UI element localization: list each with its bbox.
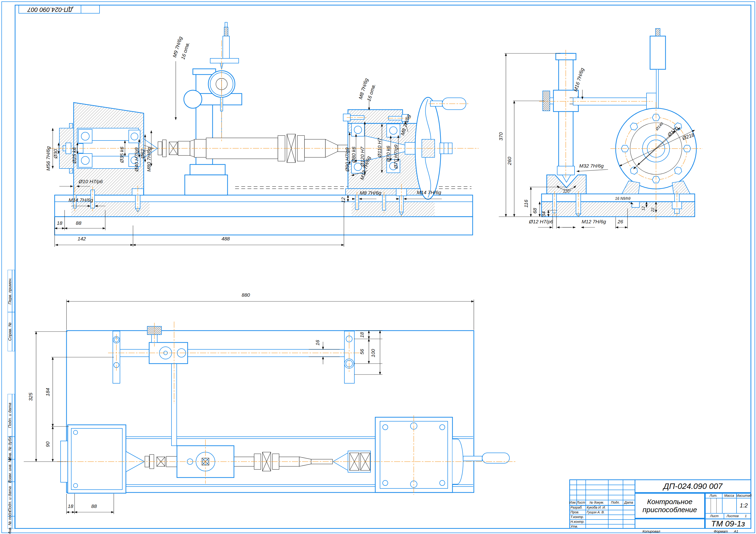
dim-label: Ø25 k6 (71, 147, 77, 164)
dim-label: Ø10 H7/p6 (78, 179, 103, 184)
sheets-value: 1 (742, 513, 749, 519)
lit-label: Лит. (705, 493, 722, 498)
title-line-1: Контрольное (647, 498, 692, 506)
dim-label: 22 (651, 208, 655, 212)
dim-label: 880 (242, 292, 250, 298)
row-razrab-name: Кукоба И. И. (585, 505, 608, 510)
clamp-knob (184, 90, 202, 108)
doc-number: ДП-024.090 007 (634, 479, 751, 493)
dim-label: 56 (359, 349, 364, 355)
front-view: М56 7Н/6gØ30Ø25 k6Ø35 k6Ø40 H7/g9Ø62М80 … (45, 22, 478, 247)
row-razrab: Разраб. (569, 505, 585, 510)
dim-label: 325 (28, 393, 33, 401)
format-value: А1 (733, 529, 742, 534)
dim-label: 12 (641, 206, 645, 211)
dim-label: 26 (617, 219, 623, 224)
hdr-list: Лист (577, 500, 585, 505)
dim-label: Ø62 (140, 149, 145, 159)
dim-label: 16 N9/h9 (615, 196, 631, 201)
row-prov-name: Гущин А. В. (585, 510, 608, 515)
plan-view: 880325184901618561001888 (24, 292, 515, 514)
dim-label: 16 (315, 340, 320, 345)
margin-label-podp-data-2: Подп. и дата (8, 486, 13, 511)
dim-label: 16 отв. (366, 83, 376, 102)
dim-label: Ø90 H7/g9 (344, 147, 350, 172)
dim-label: М32 7Н/6g (579, 163, 604, 168)
dim-label: Ø70 k6 (386, 146, 391, 162)
dim-label: М80 7Н/6g (146, 147, 151, 172)
dim-label: 116 (523, 200, 529, 208)
dim-label: М16 7Н/6g (573, 67, 585, 92)
dim-label: 16 отв. (180, 41, 191, 60)
dial-indicator-stand (184, 22, 242, 195)
dim-label: 184 (45, 388, 50, 396)
dim-label: 34 (541, 211, 546, 217)
hdr-data: Дата (623, 500, 634, 505)
dim-label: М56 7Н/6g (45, 146, 51, 171)
dim-label: М14 7Н/6g (417, 190, 441, 195)
dim-label: Ø110 H7 (377, 138, 382, 158)
dim-label: 370 (498, 132, 503, 140)
drawing-canvas: М56 7Н/6gØ30Ø25 k6Ø35 k6Ø40 H7/g9Ø62М80 … (0, 0, 756, 534)
dim-label: Ø12 H7/p6 (529, 219, 553, 224)
dim-label: 88 (76, 220, 81, 226)
dim-label: 88 (91, 503, 97, 509)
margin-label-perv-primen: Перв. примен. (8, 278, 13, 304)
row-utv: Утв. (569, 524, 585, 529)
sheets-label: Листов (724, 513, 740, 519)
dim-label: Ø40 H7/g9 (134, 147, 139, 172)
margin-label-inv-podl: Инв. № подл. (8, 510, 13, 534)
end-view: 3702601166834М16 7Н/6gМ32 7Н/6g120°Ø140Ø… (498, 29, 703, 229)
drawing-sheet: М56 7Н/6gØ30Ø25 k6Ø35 k6Ø40 H7/g9Ø62М80 … (0, 0, 756, 534)
dim-label: 18 (359, 332, 364, 338)
corner-stamp: ДП-024.090 007 (18, 5, 100, 13)
row-prov: Пров. (569, 510, 585, 515)
dim-label: 120° (563, 190, 571, 193)
copied-label: Копировал (641, 529, 677, 534)
row-tkontr: Т.контр. (569, 515, 585, 519)
corner-stamp-number: ДП-024.090 007 (28, 6, 73, 13)
dim-label: 90 (45, 442, 50, 447)
dim-label: 142 (77, 236, 86, 242)
dim-label: Ø30 (53, 149, 58, 159)
hdr-doc: № докум. (585, 500, 608, 505)
title-line-2: приспособление (642, 506, 697, 514)
margin-label-vzam-inv: Взам. инв. № (8, 458, 13, 483)
mass-label: Масса (722, 493, 736, 498)
row-nkontr: Н.контр. (569, 519, 585, 524)
format-label: Формат (713, 529, 729, 534)
hdr-podp: Подп. (608, 500, 623, 505)
dim-label: 260 (507, 157, 512, 165)
sheet-label: Лист (705, 513, 724, 519)
dim-label: М14 7Н/6g (68, 197, 93, 203)
scale-label: Масштаб (736, 493, 751, 498)
dim-label: М8 7Н/6g (360, 190, 381, 195)
margin-label-sprav-no: Справ. № (8, 322, 13, 341)
dim-label: 100 (370, 349, 376, 357)
org-cell (634, 519, 705, 529)
drawing-title: Контрольное приспособление (634, 493, 705, 519)
hdr-izm: Изм. (569, 500, 577, 505)
margin-label-inv-dubl: Инв. № дубл. (8, 436, 13, 460)
margin-label-podp-data-1: Подп. и дата (8, 403, 13, 428)
group-code: ТМ 09-1з (705, 519, 751, 529)
dim-label: 12 (340, 197, 346, 203)
dim-label: 18 (57, 220, 63, 226)
dim-label: 68 (532, 208, 537, 214)
dim-label: Ø35 k6 (119, 147, 124, 163)
dim-label: М12 7Н/6g (582, 219, 606, 224)
dim-label: 488 (221, 236, 230, 242)
scale-value: 1:2 (736, 498, 751, 513)
dim-label: Ø70 H7/g9 (393, 144, 398, 169)
dim-label: Ø80 k6 (351, 147, 356, 163)
dim-label: 18 (68, 503, 73, 509)
